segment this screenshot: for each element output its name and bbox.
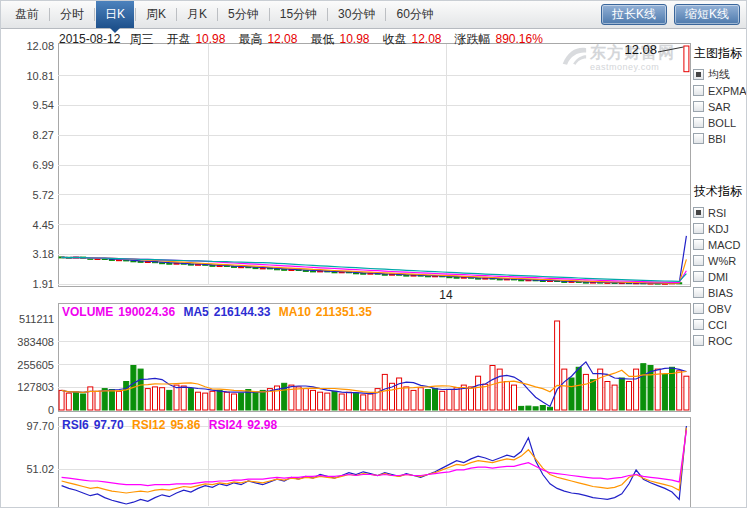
quote-weekday: 周三 xyxy=(129,32,153,46)
tab-divider xyxy=(327,8,328,21)
sidebar-item-macd[interactable]: MACD xyxy=(693,237,747,252)
item-label: MACD xyxy=(708,239,740,251)
vol-ma5-label: MA5 xyxy=(183,305,208,319)
tab-intraday[interactable]: 分时 xyxy=(51,1,93,28)
open-label: 开盘 xyxy=(166,32,190,46)
sidebar-item-kdj[interactable]: KDJ xyxy=(693,221,747,236)
vol-ma10-label: MA10 xyxy=(279,305,311,319)
tab-divider xyxy=(385,8,386,21)
checkbox-icon xyxy=(693,207,704,218)
rsi6-value: 97.70 xyxy=(94,418,124,432)
item-label: RSI xyxy=(708,207,726,219)
change-pct-label: 涨跌幅 xyxy=(455,32,491,46)
tab-divider xyxy=(217,8,218,21)
svg-text:5.72: 5.72 xyxy=(33,189,54,201)
volume-label: VOLUME xyxy=(62,305,113,319)
volume-value: 190024.36 xyxy=(118,305,175,319)
sidebar-item-dmi[interactable]: DMI xyxy=(693,269,747,284)
x-axis-tick-label: 14 xyxy=(426,288,466,302)
item-label: BOLL xyxy=(708,117,736,129)
item-label: BBI xyxy=(708,133,726,145)
high-value: 12.08 xyxy=(267,32,297,46)
tab-divider xyxy=(94,8,95,21)
ohlc-info-bar: 2015-08-12周三开盘10.98最高12.08最低10.98收盘12.08… xyxy=(59,32,556,46)
rsi24-value: 92.98 xyxy=(247,418,277,432)
tab-monthly-k[interactable]: 月K xyxy=(178,1,216,28)
last-price-annotation: 12.08 xyxy=(613,42,657,57)
svg-text:6.99: 6.99 xyxy=(33,159,54,171)
sidebar-item-sar[interactable]: SAR xyxy=(693,99,747,114)
rsi6-label: RSI6 xyxy=(62,418,89,432)
checkbox-icon xyxy=(693,319,704,330)
svg-text:383408: 383408 xyxy=(17,336,54,348)
shrink-kline-button[interactable]: 缩短K线 xyxy=(674,4,740,25)
tab-divider xyxy=(269,8,270,21)
checkbox-icon xyxy=(693,303,704,314)
item-label: ROC xyxy=(708,335,732,347)
svg-text:51.02: 51.02 xyxy=(26,463,54,475)
checkbox-icon xyxy=(693,239,704,250)
sidebar-item-expma[interactable]: EXPMA xyxy=(693,83,747,98)
rsi12-value: 95.86 xyxy=(170,418,200,432)
svg-text:12.08: 12.08 xyxy=(26,40,54,52)
checkbox-icon xyxy=(693,271,704,282)
low-label: 最低 xyxy=(310,32,334,46)
checkbox-icon xyxy=(693,223,704,234)
checkbox-icon xyxy=(693,101,704,112)
period-tabs: 盘前 分时 日K 周K 月K 5分钟 15分钟 30分钟 60分钟 xyxy=(1,1,443,28)
sidebar-item-roc[interactable]: ROC xyxy=(693,333,747,348)
tab-divider xyxy=(176,8,177,21)
tab-15min[interactable]: 15分钟 xyxy=(271,1,326,28)
item-label: BIAS xyxy=(708,287,733,299)
sidebar-item-wr[interactable]: W%R xyxy=(693,253,747,268)
vol-ma10-value: 211351.35 xyxy=(316,305,372,319)
svg-text:511211: 511211 xyxy=(19,313,54,325)
checkbox-icon xyxy=(693,255,704,266)
checkbox-icon xyxy=(693,69,704,80)
close-value: 12.08 xyxy=(411,32,441,46)
tab-divider xyxy=(135,8,136,21)
main-indicator-header: 主图指标 xyxy=(694,45,747,62)
item-label: SAR xyxy=(708,101,731,113)
svg-text:3.18: 3.18 xyxy=(33,248,54,260)
item-label: DMI xyxy=(708,271,728,283)
main-indicator-group: 主图指标 均线 EXPMA SAR BOLL BBI xyxy=(693,45,747,147)
svg-text:0: 0 xyxy=(48,404,54,416)
stretch-kline-button[interactable]: 拉长K线 xyxy=(601,4,667,25)
tab-pre-market[interactable]: 盘前 xyxy=(6,1,48,28)
rsi-pane-header: RSI697.70 RSI1295.86 RSI2492.98 xyxy=(62,418,282,432)
svg-text:8.27: 8.27 xyxy=(33,129,54,141)
checkbox-icon xyxy=(693,133,704,144)
tech-indicator-header: 技术指标 xyxy=(694,183,747,200)
sidebar-item-rsi[interactable]: RSI xyxy=(693,205,747,220)
svg-text:127803: 127803 xyxy=(17,381,54,393)
sidebar-item-bias[interactable]: BIAS xyxy=(693,285,747,300)
open-value: 10.98 xyxy=(195,32,225,46)
sidebar-item-obv[interactable]: OBV xyxy=(693,301,747,316)
tab-30min[interactable]: 30分钟 xyxy=(329,1,384,28)
item-label: 均线 xyxy=(708,67,730,82)
sidebar-item-bbi[interactable]: BBI xyxy=(693,131,747,146)
item-label: OBV xyxy=(708,303,731,315)
svg-text:1.91: 1.91 xyxy=(33,278,54,290)
indicator-sidebar: 主图指标 均线 EXPMA SAR BOLL BBI 技术指标 RSI KDJ … xyxy=(693,43,747,507)
item-label: KDJ xyxy=(708,223,729,235)
sidebar-item-ma[interactable]: 均线 xyxy=(693,67,747,82)
sidebar-item-boll[interactable]: BOLL xyxy=(693,115,747,130)
tab-weekly-k[interactable]: 周K xyxy=(137,1,175,28)
kline-zoom-buttons: 拉长K线 缩短K线 xyxy=(601,4,740,25)
vol-ma5-value: 216144.33 xyxy=(214,305,271,319)
checkbox-icon xyxy=(693,85,704,96)
high-label: 最高 xyxy=(238,32,262,46)
stock-chart-app: 盘前 分时 日K 周K 月K 5分钟 15分钟 30分钟 60分钟 拉长K线 缩… xyxy=(0,0,747,508)
close-label: 收盘 xyxy=(382,32,406,46)
tab-5min[interactable]: 5分钟 xyxy=(219,1,268,28)
rsi24-label: RSI24 xyxy=(209,418,242,432)
change-pct-value: 890.16% xyxy=(496,32,543,46)
item-label: CCI xyxy=(708,319,727,331)
sidebar-item-cci[interactable]: CCI xyxy=(693,317,747,332)
tab-60min[interactable]: 60分钟 xyxy=(387,1,442,28)
tab-daily-k[interactable]: 日K xyxy=(96,1,134,28)
checkbox-icon xyxy=(693,335,704,346)
toolbar: 盘前 分时 日K 周K 月K 5分钟 15分钟 30分钟 60分钟 拉长K线 缩… xyxy=(1,1,746,29)
